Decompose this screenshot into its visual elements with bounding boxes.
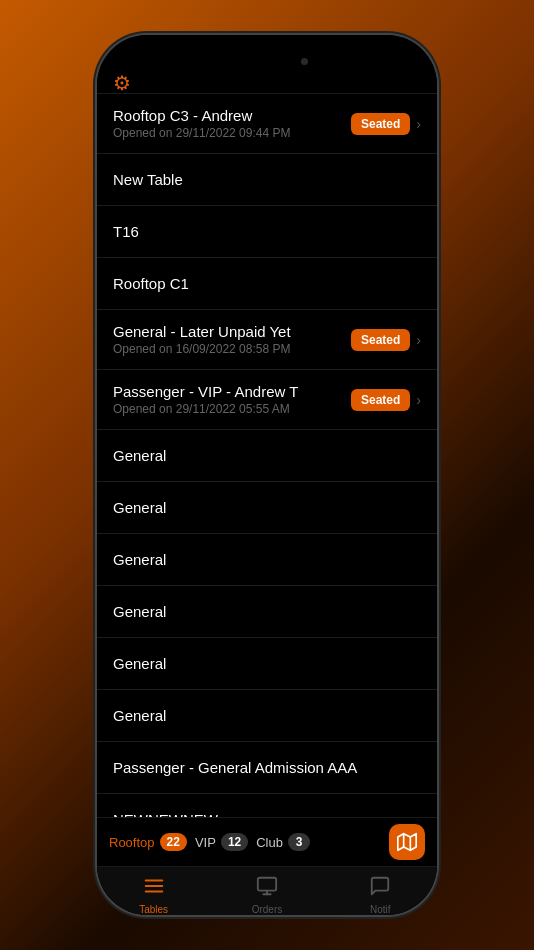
table-title: General [113,655,421,672]
table-row[interactable]: Rooftop C1 [97,258,437,310]
stat-item-club: Club 3 [256,833,310,851]
table-item-left: General [113,655,421,672]
table-list[interactable]: Rooftop C3 - Andrew Opened on 29/11/2022… [97,94,437,817]
table-item-right: Seated › [351,329,421,351]
table-title: General [113,499,421,516]
table-row[interactable]: General [97,638,437,690]
table-item-left: General [113,499,421,516]
chevron-icon: › [416,332,421,348]
table-row[interactable]: Passenger - General Admission AAA [97,742,437,794]
stats-bar: Rooftop 22 VIP 12 Club 3 [97,817,437,867]
table-title: New Table [113,171,421,188]
table-item-left: General [113,707,421,724]
table-subtitle: Opened on 16/09/2022 08:58 PM [113,342,351,356]
stat-item-rooftop: Rooftop 22 [109,833,187,851]
table-row[interactable]: General [97,430,437,482]
table-item-left: Passenger - VIP - Andrew T Opened on 29/… [113,383,351,416]
chevron-icon: › [416,116,421,132]
tab-notif[interactable]: Notif [324,875,437,915]
table-row[interactable]: General [97,586,437,638]
seated-badge: Seated [351,113,410,135]
table-item-right: Seated › [351,389,421,411]
stat-label: Club [256,835,283,850]
table-subtitle: Opened on 29/11/2022 09:44 PM [113,126,351,140]
table-row[interactable]: Rooftop C3 - Andrew Opened on 29/11/2022… [97,94,437,154]
table-row[interactable]: T16 [97,206,437,258]
table-item-left: General [113,447,421,464]
chevron-icon: › [416,392,421,408]
table-row[interactable]: NEWNEWNEW [97,794,437,817]
notif-tab-icon [369,875,391,901]
orders-tab-label: Orders [252,904,283,915]
table-item-left: General [113,603,421,620]
phone-frame: ⚙ Rooftop C3 - Andrew Opened on 29/11/20… [97,35,437,915]
table-item-left: Rooftop C3 - Andrew Opened on 29/11/2022… [113,107,351,140]
table-title: General [113,447,421,464]
tables-tab-label: Tables [139,904,168,915]
header: ⚙ [97,75,437,94]
table-item-left: General [113,551,421,568]
table-item-left: Passenger - General Admission AAA [113,759,421,776]
table-item-left: General - Later Unpaid Yet Opened on 16/… [113,323,351,356]
table-title: Passenger - General Admission AAA [113,759,421,776]
status-bar [97,35,437,75]
table-title: T16 [113,223,421,240]
table-row[interactable]: Passenger - VIP - Andrew T Opened on 29/… [97,370,437,430]
stat-value: 3 [288,833,310,851]
table-title: Rooftop C3 - Andrew [113,107,351,124]
table-title: Rooftop C1 [113,275,421,292]
table-item-left: T16 [113,223,421,240]
table-row[interactable]: General [97,690,437,742]
tab-tables[interactable]: Tables [97,875,210,915]
table-title: General [113,603,421,620]
camera-dot [301,58,308,65]
svg-marker-0 [398,834,416,851]
seated-badge: Seated [351,329,410,351]
stat-label: VIP [195,835,216,850]
table-title: General - Later Unpaid Yet [113,323,351,340]
table-title: General [113,707,421,724]
table-title: General [113,551,421,568]
orders-tab-icon [256,875,278,901]
stat-label: Rooftop [109,835,155,850]
tab-orders[interactable]: Orders [210,875,323,915]
tab-bar: Tables Orders Notif [97,867,437,915]
table-row[interactable]: General - Later Unpaid Yet Opened on 16/… [97,310,437,370]
settings-icon[interactable]: ⚙ [113,71,131,95]
table-row[interactable]: General [97,482,437,534]
tables-tab-icon [143,875,165,901]
map-button[interactable] [389,824,425,860]
notch [212,51,322,71]
table-subtitle: Opened on 29/11/2022 05:55 AM [113,402,351,416]
table-item-left: Rooftop C1 [113,275,421,292]
notif-tab-label: Notif [370,904,391,915]
table-item-left: New Table [113,171,421,188]
stat-item-vip: VIP 12 [195,833,248,851]
table-title: Passenger - VIP - Andrew T [113,383,351,400]
table-row[interactable]: New Table [97,154,437,206]
stat-value: 22 [160,833,187,851]
table-item-right: Seated › [351,113,421,135]
phone-screen: ⚙ Rooftop C3 - Andrew Opened on 29/11/20… [97,35,437,915]
svg-rect-6 [258,878,276,891]
stat-value: 12 [221,833,248,851]
seated-badge: Seated [351,389,410,411]
table-row[interactable]: General [97,534,437,586]
